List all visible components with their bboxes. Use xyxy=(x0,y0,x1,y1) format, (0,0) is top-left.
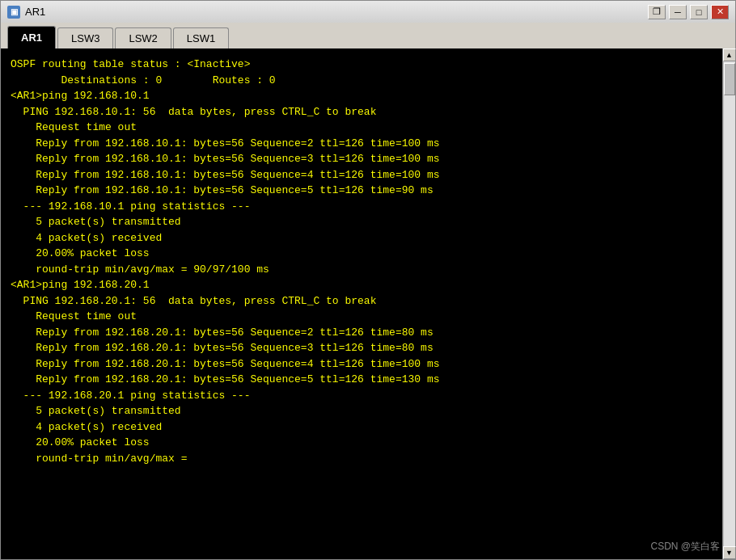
title-bar-controls: ❐ ─ □ ✕ xyxy=(648,5,729,19)
scrollbar-track[interactable] xyxy=(724,61,735,546)
terminal-output[interactable]: OSPF routing table status : <Inactive> D… xyxy=(1,48,722,559)
tab-lsw1[interactable]: LSW1 xyxy=(173,27,229,48)
terminal-line: PING 192.168.20.1: 56 data bytes, press … xyxy=(11,293,713,309)
terminal-line: 5 packet(s) transmitted xyxy=(11,403,713,419)
terminal-line: Reply from 192.168.20.1: bytes=56 Sequen… xyxy=(11,372,713,388)
scroll-up-button[interactable]: ▲ xyxy=(723,48,736,61)
scrollbar[interactable]: ▲ ▼ xyxy=(722,48,735,559)
close-button[interactable]: ✕ xyxy=(711,5,729,19)
terminal-line: Request time out xyxy=(11,120,713,136)
terminal-line: round-trip min/avg/max = xyxy=(11,451,713,467)
terminal-line: PING 192.168.10.1: 56 data bytes, press … xyxy=(11,104,713,120)
window-frame: OSPF routing table status : <Inactive> D… xyxy=(0,48,736,560)
minimize-button[interactable]: ─ xyxy=(669,5,687,19)
terminal-line: 20.00% packet loss xyxy=(11,435,713,451)
tab-lsw2[interactable]: LSW2 xyxy=(115,27,171,48)
watermark: CSDN @笑白客 xyxy=(650,540,720,554)
terminal-line: 20.00% packet loss xyxy=(11,246,713,262)
terminal-line: <AR1>ping 192.168.20.1 xyxy=(11,277,713,293)
terminal-line: Reply from 192.168.20.1: bytes=56 Sequen… xyxy=(11,356,713,373)
terminal-line: Reply from 192.168.10.1: bytes=56 Sequen… xyxy=(11,183,713,199)
terminal-line: Reply from 192.168.10.1: bytes=56 Sequen… xyxy=(11,136,713,152)
maximize-button[interactable]: □ xyxy=(690,5,708,19)
terminal-line: Reply from 192.168.20.1: bytes=56 Sequen… xyxy=(11,325,713,341)
tab-bar: AR1 LSW3 LSW2 LSW1 xyxy=(0,23,736,48)
terminal-line: round-trip min/avg/max = 90/97/100 ms xyxy=(11,262,713,278)
app-icon: ▣ xyxy=(7,6,20,19)
tab-ar1[interactable]: AR1 xyxy=(7,26,56,48)
terminal-line: <AR1>ping 192.168.10.1 xyxy=(11,88,713,104)
terminal-line: 4 packet(s) received xyxy=(11,419,713,436)
terminal-line: 4 packet(s) received xyxy=(11,230,713,246)
terminal-line: Reply from 192.168.10.1: bytes=56 Sequen… xyxy=(11,167,713,183)
scrollbar-thumb[interactable] xyxy=(724,63,735,95)
terminal-line: Request time out xyxy=(11,309,713,325)
terminal-line: Reply from 192.168.20.1: bytes=56 Sequen… xyxy=(11,340,713,356)
terminal-line: --- 192.168.20.1 ping statistics --- xyxy=(11,388,713,404)
terminal-line: Reply from 192.168.10.1: bytes=56 Sequen… xyxy=(11,151,713,167)
title-bar-left: ▣ AR1 xyxy=(7,6,45,19)
terminal-line: Destinations : 0 Routes : 0 xyxy=(11,73,713,89)
window-title: AR1 xyxy=(25,6,45,18)
title-bar: ▣ AR1 ❐ ─ □ ✕ xyxy=(0,0,736,23)
restore-button[interactable]: ❐ xyxy=(648,5,666,19)
terminal-line: OSPF routing table status : <Inactive> xyxy=(11,57,713,73)
scroll-down-button[interactable]: ▼ xyxy=(723,546,736,559)
tab-lsw3[interactable]: LSW3 xyxy=(57,27,113,48)
terminal-line: --- 192.168.10.1 ping statistics --- xyxy=(11,199,713,215)
terminal-line: 5 packet(s) transmitted xyxy=(11,214,713,230)
